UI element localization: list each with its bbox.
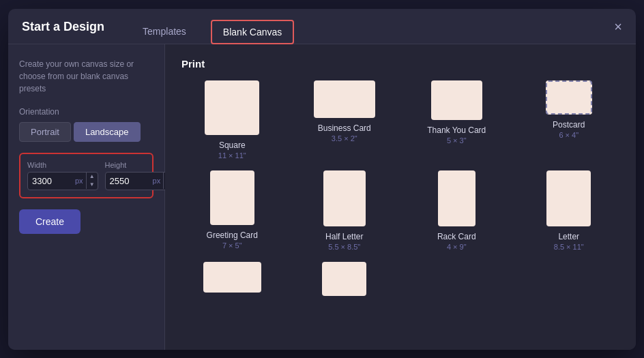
height-input[interactable] bbox=[106, 173, 150, 190]
thumb-small1 bbox=[203, 262, 261, 293]
modal-header: Start a Design Templates Blank Canvas × bbox=[8, 9, 636, 44]
card-rackcard[interactable]: Rack Card 4 × 9" bbox=[406, 170, 508, 251]
width-input[interactable] bbox=[28, 173, 72, 190]
tab-blank-canvas[interactable]: Blank Canvas bbox=[211, 20, 294, 44]
card-name-greeting: Greeting Card bbox=[207, 230, 258, 240]
thumb-greeting bbox=[210, 170, 254, 225]
width-label: Width bbox=[27, 161, 98, 169]
card-name-letter: Letter bbox=[558, 232, 579, 241]
close-button[interactable]: × bbox=[614, 20, 622, 43]
card-letter[interactable]: Letter 8.5 × 11" bbox=[518, 170, 620, 251]
orientation-label: Orientation bbox=[19, 107, 153, 117]
card-size-rackcard: 4 × 9" bbox=[447, 243, 467, 251]
card-size-letter: 8.5 × 11" bbox=[554, 243, 584, 251]
card-size-halfletter: 5.5 × 8.5" bbox=[328, 243, 360, 251]
modal-body: Create your own canvas size or choose fr… bbox=[8, 44, 636, 350]
thumb-rackcard bbox=[438, 170, 475, 226]
card-halfletter[interactable]: Half Letter 5.5 × 8.5" bbox=[294, 170, 396, 251]
thumb-halfletter bbox=[323, 170, 366, 226]
thumb-small2 bbox=[322, 262, 366, 296]
dimension-group: Width px ▲ ▼ Height bbox=[19, 153, 153, 198]
width-input-wrap: px ▲ ▼ bbox=[27, 172, 98, 190]
card-name-bizcard: Business Card bbox=[318, 123, 371, 133]
thumb-thankyou bbox=[431, 80, 482, 120]
card-name-halfletter: Half Letter bbox=[325, 232, 363, 241]
card-greeting[interactable]: Greeting Card 7 × 5" bbox=[181, 170, 283, 251]
width-up-button[interactable]: ▲ bbox=[87, 173, 98, 181]
width-unit: px bbox=[72, 177, 86, 185]
modal-title: Start a Design bbox=[22, 20, 104, 44]
card-size-bizcard: 3.5 × 2" bbox=[332, 134, 357, 143]
thumb-square bbox=[205, 80, 259, 135]
thumb-postcard bbox=[546, 80, 592, 115]
section-title: Print bbox=[181, 58, 619, 70]
modal: Start a Design Templates Blank Canvas × … bbox=[8, 9, 636, 350]
landscape-button[interactable]: Landscape bbox=[74, 122, 141, 142]
card-size-square: 11 × 11" bbox=[218, 151, 246, 160]
card-name-postcard: Postcard bbox=[553, 120, 585, 130]
height-unit: px bbox=[150, 177, 164, 185]
card-name-thankyou: Thank You Card bbox=[427, 125, 486, 135]
width-field: Width px ▲ ▼ bbox=[27, 161, 98, 190]
sidebar: Create your own canvas size or choose fr… bbox=[8, 44, 165, 350]
card-name-square: Square bbox=[219, 140, 246, 150]
portrait-button[interactable]: Portrait bbox=[19, 122, 71, 142]
cards-grid: Square 11 × 11" Business Card 3.5 × 2" T… bbox=[181, 80, 619, 301]
width-down-button[interactable]: ▼ bbox=[87, 181, 98, 189]
card-small2[interactable] bbox=[294, 262, 396, 301]
card-thankyou[interactable]: Thank You Card 5 × 3" bbox=[406, 80, 508, 160]
sidebar-description: Create your own canvas size or choose fr… bbox=[19, 58, 153, 95]
create-button[interactable]: Create bbox=[19, 209, 80, 234]
card-postcard[interactable]: Postcard 6 × 4" bbox=[518, 80, 620, 160]
card-name-rackcard: Rack Card bbox=[437, 232, 476, 241]
main-content: Print Square 11 × 11" Business Card 3.5 … bbox=[165, 44, 636, 350]
width-spinner: ▲ ▼ bbox=[86, 173, 98, 189]
thumb-bizcard bbox=[314, 80, 375, 118]
tab-templates[interactable]: Templates bbox=[132, 20, 197, 44]
dimension-row: Width px ▲ ▼ Height bbox=[27, 161, 145, 190]
card-size-greeting: 7 × 5" bbox=[222, 241, 242, 250]
card-size-thankyou: 5 × 3" bbox=[447, 136, 467, 145]
card-small1[interactable] bbox=[181, 262, 283, 301]
card-square[interactable]: Square 11 × 11" bbox=[181, 80, 283, 160]
orientation-group: Portrait Landscape bbox=[19, 122, 153, 142]
thumb-letter bbox=[546, 170, 591, 226]
card-size-postcard: 6 × 4" bbox=[559, 131, 579, 139]
card-bizcard[interactable]: Business Card 3.5 × 2" bbox=[294, 80, 396, 160]
